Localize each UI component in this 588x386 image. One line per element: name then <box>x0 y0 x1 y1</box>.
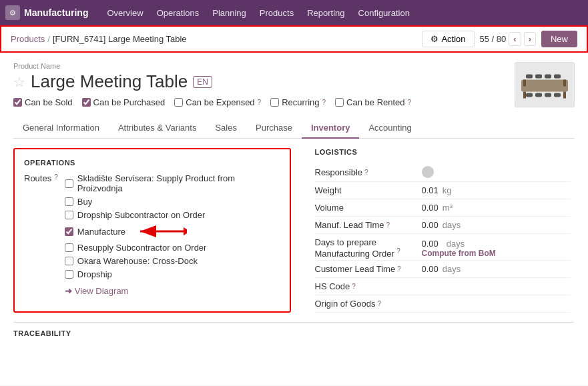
manuf-lead-help-icon[interactable]: ? <box>386 221 390 229</box>
route-item-resupply[interactable]: Resupply Subcontractor on Order <box>65 243 280 253</box>
tab-inventory[interactable]: Inventory <box>302 118 360 139</box>
can-be-purchased-checkbox[interactable]: Can be Purchased <box>82 97 166 107</box>
rented-help-icon[interactable]: ? <box>408 99 412 106</box>
app-name: Manufacturing <box>24 7 88 18</box>
compute-bom-link[interactable]: Compute from BoM <box>422 249 496 258</box>
logistics-volume-label: Volume <box>315 203 422 213</box>
routes-section: Routes ? Skladište Servisera: Supply Pro… <box>24 173 280 296</box>
logistics-origin-goods-label: Origin of Goods ? <box>315 299 422 309</box>
recurring-help-icon[interactable]: ? <box>322 99 326 106</box>
operations-section-title: OPERATIONS <box>24 159 280 167</box>
checkboxes-row: Can be Sold Can be Purchased Can be Expe… <box>13 97 515 107</box>
route-item-buy[interactable]: Buy <box>65 197 280 207</box>
hs-code-help-icon[interactable]: ? <box>352 283 356 290</box>
logistics-origin-goods: Origin of Goods ? <box>315 295 571 313</box>
logistics-days-prepare-unit: days <box>447 239 465 249</box>
tab-sales[interactable]: Sales <box>206 118 246 139</box>
svg-rect-10 <box>535 93 542 97</box>
logistics-weight: Weight 0.01 kg <box>315 182 571 199</box>
days-prepare-help-icon[interactable]: ? <box>396 247 400 255</box>
product-name: Large Meeting Table <box>31 71 188 92</box>
gear-icon: ⚙ <box>430 34 438 44</box>
routes-list: Skladište Servisera: Supply Product from… <box>65 173 280 279</box>
logistics-manuf-lead-value[interactable]: 0.00 <box>422 220 438 230</box>
logistics-days-prepare-value[interactable]: 0.00 <box>422 239 438 249</box>
nav-reporting[interactable]: Reporting <box>300 0 351 25</box>
svg-marker-15 <box>184 227 187 235</box>
can-be-expensed-checkbox[interactable]: Can be Expensed ? <box>174 97 261 107</box>
svg-rect-12 <box>554 93 561 97</box>
tab-accounting[interactable]: Accounting <box>359 118 420 139</box>
breadcrumb-separator: / <box>47 34 50 44</box>
tabs-row: General Information Attributes & Variant… <box>13 118 575 139</box>
next-button[interactable]: › <box>524 32 536 46</box>
recurring-checkbox[interactable]: Recurring ? <box>270 97 326 107</box>
tab-general-information[interactable]: General Information <box>13 118 109 139</box>
logistics-volume: Volume 0.00 m³ <box>315 199 571 217</box>
breadcrumb-current: [FURN_6741] Large Meeting Table <box>53 34 187 44</box>
logistics-volume-value[interactable]: 0.00 <box>422 203 438 213</box>
nav-overview[interactable]: Overview <box>100 0 150 25</box>
svg-rect-11 <box>545 93 551 97</box>
logistics-weight-value[interactable]: 0.01 <box>422 185 438 195</box>
logistics-responsible-label: Responsible ? <box>315 167 422 177</box>
product-header: Product Name ☆ Large Meeting Table EN Ca… <box>13 62 575 114</box>
action-button[interactable]: ⚙ Action <box>422 31 474 47</box>
nav-planning[interactable]: Planning <box>206 0 253 25</box>
can-be-sold-checkbox[interactable]: Can be Sold <box>13 97 73 107</box>
logistics-volume-unit: m³ <box>443 203 453 213</box>
customer-lead-help-icon[interactable]: ? <box>397 265 401 273</box>
tab-purchase[interactable]: Purchase <box>246 118 302 139</box>
logistics-hs-code: HS Code ? <box>315 278 571 295</box>
view-diagram-link[interactable]: ➜ View Diagram <box>65 286 280 296</box>
svg-rect-7 <box>545 75 551 79</box>
logistics-days-prepare-label: Days to prepare Manufacturing Order ? <box>315 237 422 259</box>
svg-rect-4 <box>563 80 566 87</box>
can-be-rented-checkbox[interactable]: Can be Rented ? <box>335 97 411 107</box>
nav-products[interactable]: Products <box>253 0 300 25</box>
routes-label: Routes ? <box>24 173 58 292</box>
en-badge[interactable]: EN <box>193 76 212 88</box>
logistics-weight-unit: kg <box>443 185 452 195</box>
new-button[interactable]: New <box>541 31 577 47</box>
logistics-customer-lead-value[interactable]: 0.00 <box>422 264 438 274</box>
logistics-weight-label: Weight <box>315 185 422 195</box>
svg-rect-8 <box>554 75 561 79</box>
logistics-customer-lead-label: Customer Lead Time ? <box>315 264 422 274</box>
star-icon[interactable]: ☆ <box>13 74 25 90</box>
logistics-hs-code-label: HS Code ? <box>315 281 422 291</box>
logistics-manuf-lead-unit: days <box>443 220 461 230</box>
logistics-manuf-lead-label: Manuf. Lead Time ? <box>315 220 422 230</box>
breadcrumb-actions: ⚙ Action 55 / 80 ‹ › New <box>422 31 577 47</box>
responsible-help-icon[interactable]: ? <box>364 169 368 176</box>
tab-attributes-variants[interactable]: Attributes & Variants <box>109 118 206 139</box>
arrow-right-icon: ➜ <box>65 286 72 296</box>
product-name-row: ☆ Large Meeting Table EN <box>13 71 515 92</box>
top-navigation: ⚙ Manufacturing Overview Operations Plan… <box>0 0 588 25</box>
pagination: 55 / 80 ‹ › <box>480 32 536 46</box>
breadcrumb-parent[interactable]: Products <box>11 34 45 44</box>
nav-configuration[interactable]: Configuration <box>352 0 416 25</box>
route-item-cross-dock[interactable]: Okara Warehouse: Cross-Dock <box>65 256 280 266</box>
svg-rect-3 <box>523 80 526 87</box>
route-item-dropship[interactable]: Dropship <box>65 269 280 279</box>
svg-rect-9 <box>526 93 533 97</box>
routes-help-icon[interactable]: ? <box>54 173 58 181</box>
logistics-days-prepare: Days to prepare Manufacturing Order ? 0.… <box>315 234 571 261</box>
product-label: Product Name <box>13 62 515 70</box>
prev-button[interactable]: ‹ <box>509 32 521 46</box>
logistics-manuf-lead-time: Manuf. Lead Time ? 0.00 days <box>315 217 571 234</box>
product-thumbnail <box>515 62 575 107</box>
nav-operations[interactable]: Operations <box>150 0 206 25</box>
route-item-dropship-subcontractor[interactable]: Dropship Subcontractor on Order <box>65 210 280 220</box>
logistics-customer-lead-unit: days <box>443 264 461 274</box>
breadcrumb-bar: Products / [FURN_6741] Large Meeting Tab… <box>0 25 588 53</box>
expensed-help-icon[interactable]: ? <box>258 99 262 106</box>
origin-goods-help-icon[interactable]: ? <box>378 300 382 307</box>
traceability-title: TRACEABILITY <box>13 329 575 337</box>
route-item-skladiste[interactable]: Skladište Servisera: Supply Product from… <box>65 173 280 193</box>
logistics-responsible: Responsible ? <box>315 163 571 182</box>
route-item-manufacture[interactable]: Manufacture <box>65 227 125 237</box>
responsible-avatar <box>422 166 434 178</box>
traceability-section: TRACEABILITY <box>13 322 575 337</box>
